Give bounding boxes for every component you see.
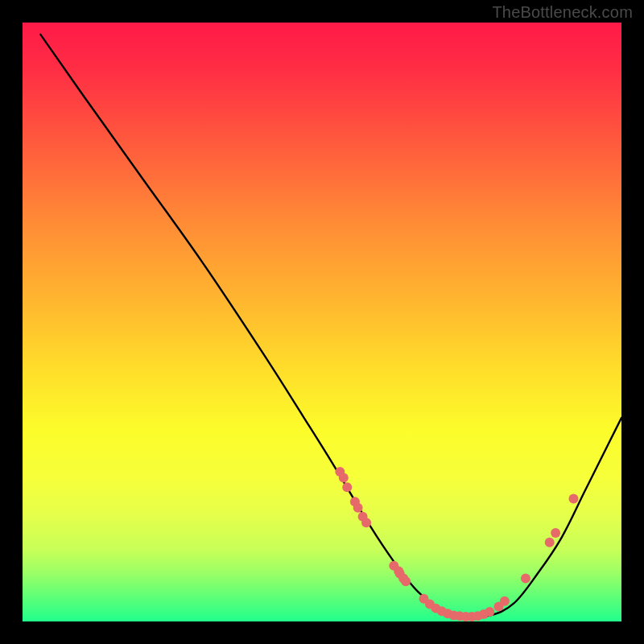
- data-point-marker: [401, 576, 411, 586]
- data-point-marker: [521, 573, 530, 583]
- data-point-marker: [551, 528, 560, 538]
- data-point-marker: [361, 518, 371, 527]
- chart-svg: [23, 23, 621, 621]
- data-point-markers: [335, 467, 578, 621]
- watermark-text: TheBottleneck.com: [492, 3, 633, 22]
- data-point-marker: [500, 597, 510, 606]
- data-point-marker: [485, 607, 494, 617]
- data-point-marker: [353, 503, 363, 513]
- bottleneck-curve-line: [40, 35, 621, 617]
- data-point-marker: [545, 538, 555, 547]
- chart-plot-area: [23, 23, 621, 621]
- data-point-marker: [568, 493, 578, 503]
- data-point-marker: [339, 473, 349, 482]
- data-point-marker: [342, 482, 352, 492]
